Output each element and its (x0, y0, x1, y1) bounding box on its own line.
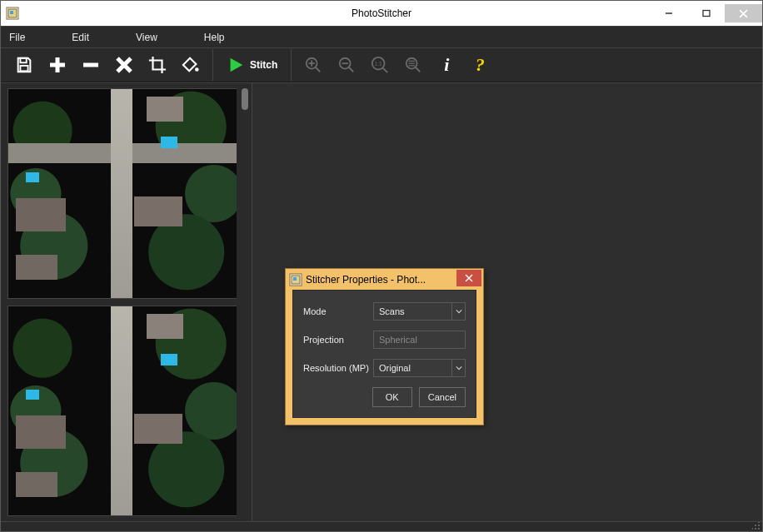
bucket-icon (182, 56, 200, 74)
thumbnail-sidebar (1, 83, 252, 521)
resolution-label: Resolution (MP) (303, 363, 373, 373)
resize-grip-icon[interactable] (752, 522, 761, 530)
zoom-fit-icon (404, 56, 422, 74)
remove-button[interactable] (74, 48, 107, 82)
properties-dialog: Stitcher Properties - Phot... Mode Scans (285, 268, 484, 425)
play-icon (227, 56, 245, 74)
mode-value: Scans (379, 306, 405, 316)
sidebar-scrollbar[interactable] (240, 88, 250, 516)
svg-rect-8 (20, 66, 27, 71)
mode-select[interactable]: Scans (373, 302, 466, 321)
thumbnail-list (7, 88, 237, 516)
svg-rect-4 (703, 11, 710, 17)
close-icon (465, 274, 473, 282)
crop-icon (148, 56, 167, 74)
crop-button[interactable] (141, 48, 174, 82)
clear-button[interactable] (107, 48, 141, 82)
svg-rect-17 (293, 277, 297, 281)
thumbnail-item[interactable] (7, 306, 237, 516)
cancel-button[interactable]: Cancel (419, 387, 466, 407)
mode-label: Mode (303, 306, 373, 316)
dialog-close-button[interactable] (456, 270, 481, 286)
save-icon (15, 56, 33, 74)
app-icon (6, 7, 19, 20)
menu-help[interactable]: Help (197, 27, 232, 47)
statusbar (1, 521, 762, 531)
thumbnail-item[interactable] (7, 88, 237, 299)
zoom-1to1-icon: 1:1 (370, 56, 390, 74)
toolbar: Stitch 1:1 (1, 47, 762, 82)
menu-view[interactable]: View (129, 27, 164, 47)
maximize-button[interactable] (687, 4, 725, 22)
ok-button[interactable]: OK (372, 387, 412, 407)
projection-select: Spherical (373, 331, 466, 349)
chevron-down-icon (451, 360, 465, 376)
minimize-button[interactable] (650, 4, 687, 22)
dialog-body: Mode Scans Projection Spherical Res (292, 290, 476, 418)
zoom-actual-button[interactable]: 1:1 (363, 48, 396, 82)
resolution-select[interactable]: Original (373, 359, 466, 377)
window-controls (650, 4, 762, 22)
dialog-title: Stitcher Properties - Phot... (306, 274, 456, 286)
svg-rect-7 (20, 58, 26, 63)
help-icon: ? (476, 54, 485, 76)
dialog-app-icon (289, 273, 302, 286)
chevron-down-icon (451, 303, 465, 320)
save-button[interactable] (7, 48, 41, 82)
projection-label: Projection (303, 335, 373, 345)
app-window: PhotoStitcher File Edit View Help (0, 0, 763, 532)
add-button[interactable] (41, 48, 74, 82)
zoom-in-button[interactable] (297, 48, 330, 82)
zoom-fit-button[interactable] (396, 48, 430, 82)
dialog-actions: OK Cancel (303, 387, 466, 407)
help-button[interactable]: ? (463, 48, 496, 82)
menu-file[interactable]: File (2, 27, 32, 47)
toolbar-separator (291, 49, 292, 81)
close-button[interactable] (725, 4, 762, 22)
zoom-out-icon (337, 56, 356, 74)
svg-point-9 (195, 67, 199, 72)
menu-edit[interactable]: Edit (65, 27, 96, 47)
stitch-label: Stitch (250, 59, 277, 71)
info-button[interactable]: i (430, 48, 463, 82)
scrollbar-handle[interactable] (242, 88, 248, 110)
zoom-out-button[interactable] (330, 48, 363, 82)
dialog-titlebar[interactable]: Stitcher Properties - Phot... (286, 269, 483, 290)
zoom-in-icon (304, 56, 322, 74)
resolution-value: Original (379, 363, 411, 373)
body: Stitcher Properties - Phot... Mode Scans (1, 82, 762, 521)
info-icon: i (444, 54, 449, 76)
titlebar: PhotoStitcher (1, 1, 762, 26)
x-icon (114, 55, 134, 75)
svg-rect-2 (10, 11, 13, 14)
plus-icon (47, 55, 67, 75)
fill-button[interactable] (174, 48, 207, 82)
menubar: File Edit View Help (1, 26, 762, 47)
app-title: PhotoStitcher (352, 7, 411, 19)
stitch-button[interactable]: Stitch (218, 48, 286, 82)
svg-text:1:1: 1:1 (375, 61, 382, 67)
projection-value: Spherical (379, 335, 417, 345)
minus-icon (81, 55, 101, 75)
toolbar-separator (212, 49, 213, 81)
